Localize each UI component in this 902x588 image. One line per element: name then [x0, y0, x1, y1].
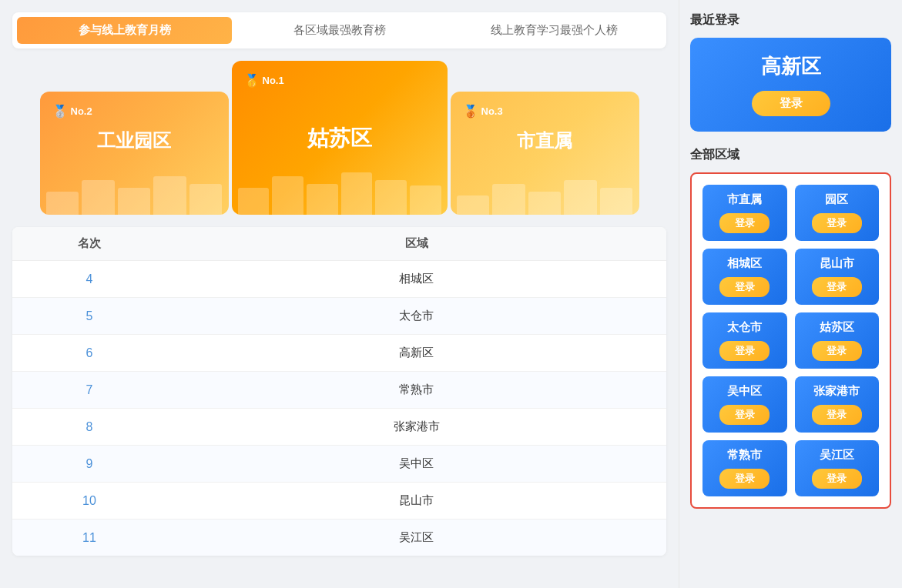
rank1-badge: 🥇 No.1 — [244, 73, 284, 88]
table-row: 7 常熟市 — [12, 372, 666, 409]
area-value: 吴江区 — [166, 530, 666, 545]
table-header: 名次 区域 — [12, 227, 666, 261]
area-login-button[interactable]: 登录 — [719, 469, 770, 489]
block — [564, 180, 597, 215]
area-login-button[interactable]: 登录 — [719, 341, 770, 361]
rank1-blocks — [232, 169, 448, 215]
recent-login-area: 高新区 — [702, 53, 879, 80]
rank3-name: 市直属 — [451, 129, 639, 169]
main-content: 参与线上教育月榜 各区域最强教育榜 线上教育学习最强个人榜 🥈 No.2 工业园… — [0, 0, 679, 588]
tabs-bar: 参与线上教育月榜 各区域最强教育榜 线上教育学习最强个人榜 — [12, 12, 666, 48]
rank-value: 8 — [12, 420, 166, 434]
area-card-name: 太仓市 — [709, 320, 781, 335]
area-login-button[interactable]: 登录 — [719, 213, 770, 233]
rank2-name: 工业园区 — [40, 129, 229, 169]
areas-grid: 市直属 登录 园区 登录 相城区 登录 昆山市 登录 太仓市 登录 姑苏区 登录… — [702, 185, 879, 496]
rank1-label: No.1 — [263, 75, 284, 86]
area-login-button[interactable]: 登录 — [812, 277, 862, 297]
podium-section: 🥈 No.2 工业园区 🥇 No.1 姑苏区 — [12, 61, 666, 215]
tab-strongest[interactable]: 各区域最强教育榜 — [232, 17, 447, 44]
page-container: 参与线上教育月榜 各区域最强教育榜 线上教育学习最强个人榜 🥈 No.2 工业园… — [0, 0, 902, 588]
rank3-badge: 🥉 No.3 — [463, 104, 503, 119]
area-card-name: 昆山市 — [801, 256, 873, 271]
rank3-blocks — [451, 169, 639, 215]
area-login-button[interactable]: 登录 — [719, 405, 770, 425]
recent-login-card: 高新区 登录 — [690, 38, 891, 132]
block — [238, 188, 270, 215]
podium-rank3: 🥉 No.3 市直属 — [451, 92, 639, 215]
block — [375, 180, 407, 215]
table-row: 5 太仓市 — [12, 298, 666, 335]
area-card: 常熟市 登录 — [702, 440, 787, 496]
podium-rank2: 🥈 No.2 工业园区 — [40, 92, 229, 215]
all-areas-title: 全部区域 — [690, 147, 891, 163]
area-value: 张家港市 — [166, 419, 666, 434]
block — [272, 176, 303, 215]
area-card-name: 姑苏区 — [801, 320, 873, 335]
area-card-name: 常熟市 — [709, 448, 781, 463]
area-card-name: 吴中区 — [709, 384, 781, 399]
area-card-name: 张家港市 — [801, 384, 873, 399]
rank-value: 10 — [12, 494, 166, 508]
area-card: 张家港市 登录 — [795, 376, 880, 433]
block — [600, 188, 633, 215]
area-card: 吴江区 登录 — [795, 440, 880, 496]
rank2-badge: 🥈 No.2 — [52, 104, 92, 119]
block — [118, 188, 151, 215]
area-login-button[interactable]: 登录 — [812, 405, 862, 425]
block — [528, 192, 562, 215]
area-card-name: 市直属 — [709, 192, 781, 207]
area-login-button[interactable]: 登录 — [812, 213, 862, 233]
recent-login-button[interactable]: 登录 — [752, 91, 830, 116]
rank-value: 9 — [12, 457, 166, 471]
table-row: 8 张家港市 — [12, 409, 666, 446]
area-card: 相城区 登录 — [702, 249, 787, 305]
table-row: 9 吴中区 — [12, 446, 666, 483]
recent-login-title: 最近登录 — [690, 12, 891, 28]
table-row: 4 相城区 — [12, 261, 666, 298]
area-value: 太仓市 — [166, 309, 666, 323]
area-card: 昆山市 登录 — [795, 249, 880, 305]
rank1-name: 姑苏区 — [232, 124, 448, 169]
area-card: 园区 登录 — [795, 185, 880, 241]
podium-rank1: 🥇 No.1 姑苏区 — [232, 61, 448, 215]
area-card: 市直属 登录 — [702, 185, 787, 241]
block — [46, 192, 79, 215]
area-card-name: 吴江区 — [801, 448, 873, 463]
area-card: 姑苏区 登录 — [795, 312, 880, 369]
rank2-blocks — [40, 169, 229, 215]
rank3-icon: 🥉 — [463, 104, 478, 119]
block — [457, 195, 490, 215]
block — [307, 184, 338, 215]
table-row: 11 吴江区 — [12, 520, 666, 556]
area-value: 高新区 — [166, 346, 666, 360]
area-card: 吴中区 登录 — [702, 376, 787, 433]
rank2-label: No.2 — [71, 105, 92, 117]
col-rank-header: 名次 — [12, 236, 166, 251]
sidebar: 最近登录 高新区 登录 全部区域 市直属 登录 园区 登录 相城区 登录 昆山市… — [679, 0, 902, 588]
rank-value: 5 — [12, 309, 166, 323]
block — [82, 180, 115, 215]
area-login-button[interactable]: 登录 — [812, 469, 862, 489]
rank-value: 6 — [12, 346, 166, 360]
table-row: 6 高新区 — [12, 335, 666, 372]
tab-monthly[interactable]: 参与线上教育月榜 — [17, 17, 232, 44]
table-row: 10 昆山市 — [12, 483, 666, 520]
tab-individual[interactable]: 线上教育学习最强个人榜 — [447, 17, 662, 44]
all-areas-section: 市直属 登录 园区 登录 相城区 登录 昆山市 登录 太仓市 登录 姑苏区 登录… — [690, 172, 891, 509]
table-body: 4 相城区 5 太仓市 6 高新区 7 常熟市 8 张家港市 9 吴中区 10 … — [12, 261, 666, 556]
block — [189, 184, 223, 215]
rank1-icon: 🥇 — [244, 73, 260, 88]
block — [153, 176, 186, 215]
area-card-name: 相城区 — [709, 256, 781, 271]
block — [492, 184, 525, 215]
area-value: 常熟市 — [166, 383, 666, 397]
area-card: 太仓市 登录 — [702, 312, 787, 369]
area-value: 相城区 — [166, 272, 666, 286]
block — [410, 185, 441, 215]
area-login-button[interactable]: 登录 — [719, 277, 770, 297]
rank3-label: No.3 — [481, 105, 503, 117]
area-card-name: 园区 — [801, 192, 873, 207]
rank-value: 4 — [12, 272, 166, 286]
area-login-button[interactable]: 登录 — [812, 341, 862, 361]
